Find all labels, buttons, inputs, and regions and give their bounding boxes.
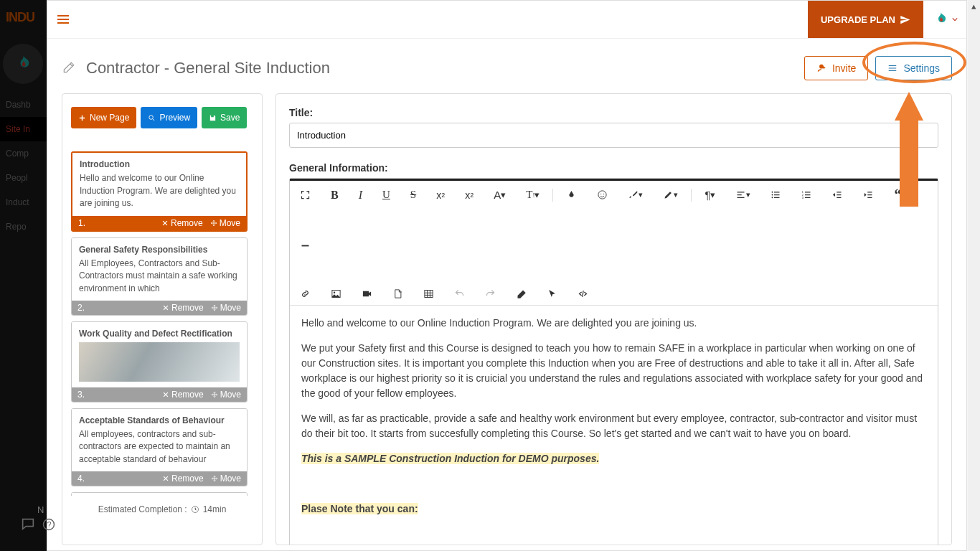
page-card[interactable]: Work Quality and Defect Rectification 3.… xyxy=(71,321,248,402)
page-card-title: General Safety Responsibilities xyxy=(79,244,240,256)
hr-icon[interactable] xyxy=(300,240,311,251)
quote-icon[interactable]: “” ▾ xyxy=(894,187,914,203)
close-icon xyxy=(162,475,169,482)
save-button[interactable]: Save xyxy=(202,107,247,128)
indent-icon[interactable] xyxy=(863,189,874,200)
font-size-icon[interactable]: T! ▾ xyxy=(526,189,540,201)
upgrade-plan-button[interactable]: UPGRADE PLAN xyxy=(808,1,923,38)
window-scrollbar[interactable]: ▴ xyxy=(968,0,980,551)
page-card-excerpt: Hello and welcome to our Online Inductio… xyxy=(80,173,236,208)
edit-title-icon[interactable] xyxy=(62,60,76,77)
cursor-icon[interactable] xyxy=(547,288,557,299)
move-page-button[interactable]: Move xyxy=(211,474,241,484)
underline-icon[interactable]: U xyxy=(382,189,390,201)
move-icon xyxy=(211,475,218,482)
svg-point-6 xyxy=(772,194,773,196)
paper-plane-icon xyxy=(900,14,910,25)
content-p2: We put your Safety first and this Course… xyxy=(301,341,926,401)
chat-button[interactable] xyxy=(20,516,36,534)
move-icon xyxy=(211,304,218,311)
page-card-body: General Safety ResponsibilitiesAll Emplo… xyxy=(72,238,247,301)
page-card[interactable]: General Safety ResponsibilitiesAll Emplo… xyxy=(71,237,248,316)
list-ol-icon[interactable]: 123 xyxy=(801,189,812,200)
title-label: Title: xyxy=(289,107,938,118)
page-card-title: Work Quality and Defect Rectification xyxy=(79,328,240,340)
align-icon[interactable]: ▾ xyxy=(735,189,750,200)
pages-panel: New Page Preview Save IntroductionHello … xyxy=(62,93,263,545)
page-card-number: 1. xyxy=(78,218,85,228)
paragraph-icon[interactable]: ¶ ▾ xyxy=(705,189,715,201)
pages-list[interactable]: IntroductionHello and welcome to our Onl… xyxy=(71,151,253,496)
link-icon[interactable] xyxy=(300,288,311,299)
company-menu[interactable] xyxy=(923,1,966,38)
remove-page-button[interactable]: Remove xyxy=(162,390,204,400)
page-card-footer: 4. Remove Move xyxy=(72,471,247,486)
page-card-footer: 2. Remove Move xyxy=(72,301,247,315)
editor-content[interactable]: Hello and welcome to our Online Inductio… xyxy=(290,306,938,545)
page-header: Contractor - General Site Induction Invi… xyxy=(47,39,966,93)
user-plus-icon xyxy=(816,63,826,73)
svg-text:?: ? xyxy=(47,520,52,529)
title-input[interactable] xyxy=(289,123,938,148)
page-card-body: IntroductionHello and welcome to our Onl… xyxy=(72,153,246,216)
table-icon[interactable] xyxy=(423,288,434,299)
eraser-icon[interactable] xyxy=(516,288,527,299)
page-card-number: 2. xyxy=(77,303,85,313)
bold-icon[interactable]: B xyxy=(331,189,339,202)
invite-button[interactable]: Invite xyxy=(804,56,868,80)
settings-button[interactable]: Settings xyxy=(875,56,952,80)
rich-text-editor: B I U S x2 x2 A ▾ T! ▾ ▾ ▾ ¶ ▾ ▾ xyxy=(289,178,938,545)
editor-panel: Title: General Information: B I U S x2 x… xyxy=(275,93,952,545)
svg-point-0 xyxy=(149,115,154,119)
preview-button[interactable]: Preview xyxy=(141,107,197,128)
remove-page-button[interactable]: Remove xyxy=(162,303,204,313)
redo-icon[interactable] xyxy=(485,288,496,299)
superscript-icon[interactable]: x2 xyxy=(465,189,473,201)
list-ul-icon[interactable] xyxy=(771,189,781,200)
page-card[interactable]: Acceptable Standards of BehaviourAll emp… xyxy=(71,408,248,487)
video-icon[interactable] xyxy=(362,288,372,299)
strikethrough-icon[interactable]: S xyxy=(410,189,416,201)
settings-icon xyxy=(887,63,897,73)
page-card-footer: 3. Remove Move xyxy=(72,387,247,402)
svg-text:3: 3 xyxy=(802,197,804,199)
close-icon xyxy=(162,391,169,398)
chevron-down-icon xyxy=(952,17,958,22)
file-icon[interactable] xyxy=(392,288,403,299)
font-family-icon[interactable]: A ▾ xyxy=(494,189,506,201)
move-page-button[interactable]: Move xyxy=(211,390,241,400)
search-icon xyxy=(148,114,156,122)
remove-page-button[interactable]: Remove xyxy=(162,474,204,484)
menu-toggle-button[interactable] xyxy=(57,13,69,26)
help-button[interactable]: ? xyxy=(42,517,56,534)
text-color-icon[interactable] xyxy=(566,189,577,200)
pen-icon[interactable]: ▾ xyxy=(663,189,678,200)
fullscreen-icon[interactable] xyxy=(300,189,311,200)
emoji-icon[interactable] xyxy=(597,189,608,200)
topbar: UPGRADE PLAN xyxy=(47,1,966,39)
move-page-button[interactable]: Move xyxy=(210,218,240,228)
new-page-label: New Page xyxy=(90,113,129,123)
preview-label: Preview xyxy=(159,113,190,123)
image-icon[interactable] xyxy=(331,288,341,299)
remove-page-button[interactable]: Remove xyxy=(161,218,203,228)
company-flame-icon xyxy=(932,11,949,28)
content-p4: This is a SAMPLE Construction Induction … xyxy=(301,453,599,464)
page-title: Contractor - General Site Induction xyxy=(86,59,330,77)
new-page-button[interactable]: New Page xyxy=(71,107,136,128)
italic-icon[interactable]: I xyxy=(359,189,362,202)
subscript-icon[interactable]: x2 xyxy=(436,189,445,201)
svg-point-3 xyxy=(600,194,601,194)
svg-point-2 xyxy=(598,191,606,199)
page-card[interactable]: IntroductionHello and welcome to our Onl… xyxy=(71,151,248,232)
estimated-completion: Estimated Completion : 14min xyxy=(71,496,253,514)
brush-icon[interactable]: ▾ xyxy=(628,189,643,200)
undo-icon[interactable] xyxy=(454,288,465,299)
content-p3: We will, as far as practicable, provide … xyxy=(301,411,926,441)
move-page-button[interactable]: Move xyxy=(211,303,241,313)
svg-point-12 xyxy=(334,291,336,293)
outdent-icon[interactable] xyxy=(832,189,843,200)
save-icon xyxy=(209,114,217,122)
svg-point-5 xyxy=(772,192,773,193)
code-icon[interactable] xyxy=(578,288,588,299)
